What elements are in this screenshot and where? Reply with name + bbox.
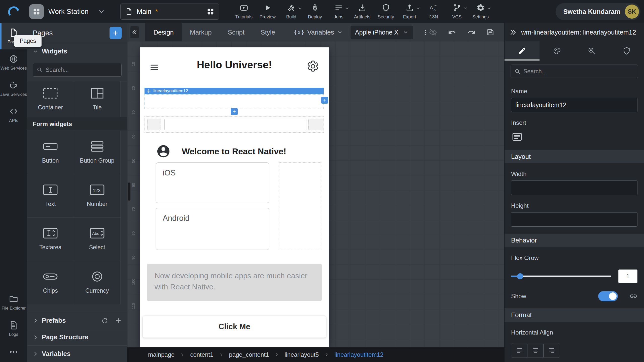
breadcrumb-mainpage[interactable]: mainpage [148, 351, 174, 358]
layout-cell-right[interactable] [308, 119, 323, 130]
app-settings-gear-icon[interactable] [307, 60, 319, 73]
breadcrumb-linearlayout5[interactable]: linearlayout5 [284, 351, 319, 358]
sidebar-item-java-services[interactable]: Java Services [0, 76, 27, 102]
action-security[interactable]: Security [374, 0, 398, 23]
action-jobs[interactable]: Jobs [327, 0, 350, 23]
sidebar-item-file-explorer[interactable]: File Explorer [0, 289, 27, 316]
layout-cell-input[interactable] [164, 119, 306, 130]
widget-text[interactable]: Text [27, 174, 74, 218]
name-input[interactable] [511, 98, 637, 112]
widgets-accordion[interactable]: Widgets [27, 43, 127, 59]
action-i18n[interactable]: I18N [421, 0, 445, 23]
action-tutorials[interactable]: Tutorials [232, 0, 256, 23]
action-build[interactable]: Build [279, 0, 303, 23]
tab-script[interactable]: Script [220, 23, 253, 41]
chevron-down-icon [403, 29, 409, 35]
layout-cell-left[interactable] [147, 119, 161, 130]
prefabs-accordion[interactable]: Prefabs [27, 312, 127, 329]
sidebar-item-apis[interactable]: APIs [0, 102, 27, 128]
panel-resize-handle[interactable] [128, 183, 130, 201]
widget-container[interactable]: Container [27, 81, 74, 117]
tab-properties[interactable] [505, 41, 540, 61]
click-me-button[interactable]: Click Me [142, 316, 326, 338]
action-artifacts[interactable]: Artifacts [350, 0, 374, 23]
redo-icon[interactable] [467, 28, 476, 37]
tab-events[interactable] [574, 41, 609, 61]
page-structure-accordion[interactable]: Page Structure [27, 329, 127, 345]
chevron-down-icon [416, 6, 420, 11]
bind-link-icon[interactable] [629, 292, 637, 300]
widget-textarea[interactable]: Textarea [27, 218, 74, 261]
sidebar-item-more[interactable] [0, 342, 27, 362]
selected-widget-region[interactable] [145, 94, 324, 109]
action-preview[interactable]: Preview [256, 0, 279, 23]
tab-design[interactable]: Design [145, 23, 182, 41]
save-icon[interactable] [486, 28, 495, 37]
page-selector[interactable]: Main * [120, 4, 219, 20]
app-logo[interactable] [0, 5, 27, 18]
list-icon [334, 4, 343, 12]
variables-button[interactable]: {x} Variables [294, 28, 343, 36]
widget-search-input[interactable] [46, 67, 118, 73]
plus-icon[interactable] [115, 317, 122, 324]
tab-security[interactable] [609, 41, 644, 61]
widget-button[interactable]: Button [27, 131, 74, 174]
project-switcher[interactable]: Work Station [27, 4, 112, 19]
add-widget-center-button[interactable] [231, 108, 238, 115]
breadcrumb-page-content1[interactable]: page_content1 [229, 351, 269, 358]
collapse-panel-button[interactable] [130, 26, 139, 38]
breadcrumb-linearlayoutitem12[interactable]: linearlayoutitem12 [334, 351, 383, 358]
ios-card[interactable]: iOS [156, 162, 269, 203]
youtube-icon [240, 4, 248, 12]
align-center-button[interactable] [527, 344, 544, 357]
pages-grid-icon[interactable] [207, 8, 214, 15]
preview-visibility-icon[interactable] [429, 28, 437, 37]
align-right-button[interactable] [544, 344, 560, 357]
tab-style[interactable]: Style [253, 23, 283, 41]
align-left-button[interactable] [511, 344, 527, 357]
breadcrumb-content1[interactable]: content1 [190, 351, 213, 358]
insert-icon[interactable] [511, 131, 523, 143]
widget-tile[interactable]: Tile [74, 81, 121, 117]
variables-accordion[interactable]: Variables [27, 345, 127, 362]
sidebar-item-logs[interactable]: Logs [0, 316, 27, 342]
properties-search-input[interactable] [523, 68, 634, 75]
undo-icon[interactable] [448, 28, 456, 37]
device-select[interactable]: Apple iPhone X [350, 25, 413, 39]
width-input[interactable] [511, 180, 637, 195]
height-input[interactable] [511, 212, 637, 227]
welcome-widget[interactable]: Welcome to React Native! [140, 140, 329, 163]
widget-label: Number [87, 201, 108, 207]
refresh-icon[interactable] [101, 317, 108, 324]
properties-search-box[interactable] [511, 65, 638, 78]
flex-grow-slider[interactable] [511, 276, 611, 277]
widget-currency[interactable]: Currency [74, 261, 121, 304]
action-export[interactable]: Export [398, 0, 421, 23]
widget-chips[interactable]: Chips [27, 261, 74, 304]
action-settings[interactable]: Settings [469, 0, 492, 23]
sidebar-item-web-services[interactable]: Web Services [0, 49, 27, 76]
tab-styles[interactable] [540, 41, 575, 61]
show-toggle[interactable] [598, 291, 618, 301]
android-card[interactable]: Android [156, 208, 269, 250]
tab-markup[interactable]: Markup [182, 23, 220, 41]
widget-number[interactable]: Number [74, 174, 121, 218]
action-vcs[interactable]: VCS [445, 0, 469, 23]
widget-select[interactable]: Select [74, 218, 121, 261]
slider-thumb[interactable] [517, 273, 523, 279]
add-widget-right-button[interactable] [321, 97, 328, 104]
action-deploy[interactable]: Deploy [303, 0, 327, 23]
more-menu-icon[interactable] [422, 28, 429, 37]
pages-header: Pages [27, 23, 127, 43]
expand-panel-icon[interactable] [509, 28, 517, 36]
add-page-button[interactable] [110, 27, 122, 39]
widget-button-group[interactable]: Button Group [74, 131, 121, 174]
layout-row[interactable] [145, 116, 324, 133]
selected-widget-handle[interactable]: linearlayoutitem12 [145, 88, 324, 94]
flex-grow-value[interactable]: 1 [618, 269, 637, 283]
user-menu[interactable]: Swetha Kundaram SK [556, 3, 640, 20]
note-panel[interactable]: Now developing mobile apps are much easi… [147, 264, 322, 301]
empty-layout-column[interactable] [279, 162, 321, 250]
widget-search-box[interactable] [33, 63, 122, 77]
logo-icon [7, 5, 20, 18]
